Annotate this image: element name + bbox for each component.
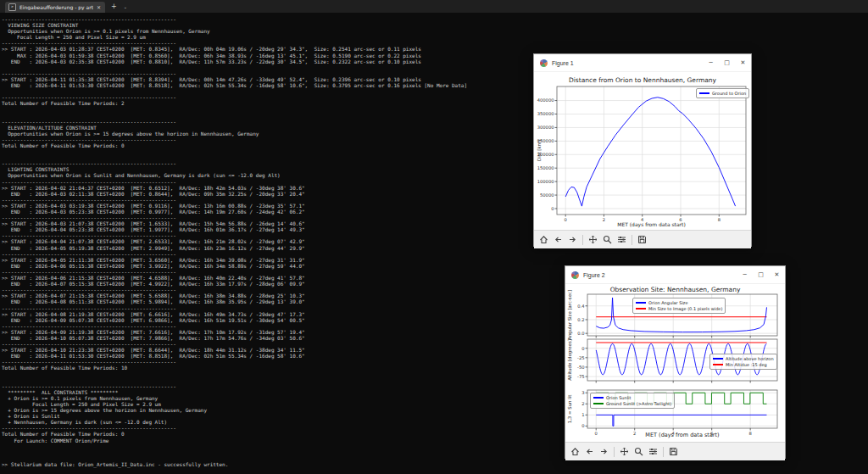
terminal-line (2, 443, 527, 449)
minimize-button[interactable]: ─ (703, 54, 719, 71)
terminal-line: ********* ALL CONSTRAINTS ********* (2, 389, 527, 395)
terminal-line: ----------------------------------------… (2, 215, 527, 220)
terminal-line: >> START : 2026-04-03 01:28:37 CEST+0200… (2, 46, 527, 52)
terminal-tab-bar: > Eingabeaufforderung - py art ✕ + ⌄ (0, 0, 868, 13)
legend-line-swatch (713, 358, 723, 359)
terminal-line: + Orion is >= 15 degrees above the horiz… (2, 407, 527, 413)
pan-icon (588, 235, 598, 244)
terminal-line: ----------------------------------------… (2, 137, 527, 142)
terminal-line: END : 2026-04-08 05:11:38 CEST+0200 [MET… (2, 298, 527, 304)
toolbar-zoom-button[interactable] (632, 445, 645, 458)
toolbar-back-button[interactable] (583, 445, 596, 458)
figure1-window-title: Figure 1 (552, 60, 703, 66)
figure2-titlebar[interactable]: Figure 2 ─ □ ✕ (565, 266, 785, 284)
subplot-config-icon (648, 447, 658, 456)
figure2-window: Figure 2 ─ □ ✕ Observation Site: Nennhau… (565, 265, 786, 459)
terminal-line: ----------------------------------------… (2, 425, 527, 431)
toolbar-subplots-button[interactable] (647, 445, 659, 458)
terminal-line (2, 106, 527, 112)
terminal-line (2, 154, 527, 160)
svg-text:Altitude [degrees]: Altitude [degrees] (567, 339, 573, 381)
terminal-line: Opportunities when Orion is >= 0.1 pixel… (2, 28, 527, 34)
svg-text:0: 0 (551, 206, 554, 211)
terminal-line: ----------------------------------------… (2, 94, 527, 100)
terminal-line: ----------------------------------------… (2, 305, 527, 311)
terminal-line (2, 449, 527, 455)
figure1-xlabel: MET (days from data start) (557, 221, 746, 227)
toolbar-back-button[interactable] (552, 233, 565, 246)
magnifier-icon (634, 447, 643, 456)
close-button[interactable]: ✕ (735, 54, 751, 71)
legend-label: Min Altidue :15 deg (726, 362, 767, 367)
toolbar-separator (582, 235, 583, 245)
toolbar-pan-button[interactable] (618, 445, 631, 458)
svg-text:0.2: 0.2 (577, 317, 584, 322)
figure1-window: Figure 1 ─ □ ✕ Distance from Orion to Ne… (533, 53, 752, 247)
svg-text:-25: -25 (577, 355, 584, 360)
maximize-button[interactable]: □ (719, 54, 735, 71)
cmd-prompt-icon: > (8, 3, 16, 11)
terminal-line: ----------------------------------------… (2, 383, 527, 389)
tab-dropdown-button[interactable]: ⌄ (124, 4, 127, 9)
terminal-tab[interactable]: > Eingabeaufforderung - py art ✕ (5, 2, 105, 13)
terminal-line: ----------------------------------------… (2, 287, 527, 293)
svg-text:100000: 100000 (537, 179, 554, 184)
close-button[interactable]: ✕ (769, 266, 785, 283)
pan-icon (620, 447, 629, 456)
terminal-line (2, 455, 527, 461)
terminal-line: ELEVATION/ALTITUDE CONSTRAINT (2, 125, 527, 131)
legend-line-swatch (593, 403, 604, 404)
toolbar-subplots-button[interactable] (615, 233, 628, 246)
toolbar-pan-button[interactable] (587, 233, 599, 246)
terminal-line: ----------------------------------------… (2, 179, 527, 185)
toolbar-save-button[interactable] (667, 445, 680, 458)
terminal-line: + Orion is >= 0.1 pixels from Nennhausen… (2, 395, 527, 401)
altitude-legend: Altitude above horizon Min Altidue :15 d… (709, 354, 777, 370)
new-tab-button[interactable]: + (111, 3, 117, 10)
terminal-output: ----------------------------------------… (2, 16, 527, 467)
toolbar-forward-button[interactable] (598, 445, 610, 458)
terminal-line: >> START : 2026-04-08 21:19:38 CEST+0200… (2, 311, 527, 317)
terminal-line: END : 2026-04-11 01:53:30 CEST+0200 [MET… (2, 82, 527, 88)
legend-line-swatch (713, 364, 723, 365)
figure2-toolbar (565, 442, 785, 460)
terminal-line: LIGHTING CONSTRAINTS (2, 166, 527, 172)
legend-item: Orion Angular Size (636, 300, 722, 306)
figure1-titlebar[interactable]: Figure 1 ─ □ ✕ (534, 54, 751, 72)
magnifier-icon (603, 235, 612, 244)
legend-item: Ground to Orion (699, 91, 746, 97)
toolbar-home-button[interactable] (569, 445, 581, 458)
svg-text:300000: 300000 (537, 125, 554, 130)
legend-item: Min Size to Image (0.1 pixels wide) (636, 306, 722, 312)
tab-close-icon[interactable]: ✕ (97, 5, 101, 10)
figure1-canvas: Distance from Orion to Nennhausen, Germa… (534, 72, 751, 230)
terminal-line: >> START : 2026-04-05 21:11:38 CEST+0200… (2, 257, 527, 263)
forward-arrow-icon (568, 235, 577, 244)
svg-text:0.4: 0.4 (577, 304, 585, 309)
forward-arrow-icon (599, 447, 609, 456)
svg-text:0.0: 0.0 (577, 331, 584, 336)
figure1-plot-title: Distance from Orion to Nennhausen, Germa… (534, 76, 751, 84)
maximize-button[interactable]: □ (753, 266, 769, 283)
terminal-line: ----------------------------------------… (2, 323, 527, 329)
minimize-button[interactable]: ─ (737, 266, 753, 283)
terminal-line: Total Number of Feasible Time Periods: 2 (2, 100, 527, 106)
terminal-line: Total Number of Feasible Time Periods: 0 (2, 142, 527, 148)
matplotlib-logo-icon (571, 271, 579, 279)
terminal-line: ----------------------------------------… (2, 16, 527, 22)
terminal-tab-title: Eingabeaufforderung - py art (19, 4, 93, 10)
toolbar-zoom-button[interactable] (601, 233, 614, 246)
toolbar-home-button[interactable] (537, 233, 550, 246)
toolbar-save-button[interactable] (636, 233, 648, 246)
back-arrow-icon (554, 235, 563, 244)
terminal-line: Focal Length = 250 and Pixel Size = 2.9 … (2, 401, 527, 407)
legend-item: Altitude above horizon (713, 356, 774, 362)
terminal-line: ----------------------------------------… (2, 341, 527, 347)
toolbar-forward-button[interactable] (566, 233, 579, 246)
figure2-canvas: Observation Site: Nennhausen, Germany 0.… (565, 284, 785, 442)
svg-text:3: 3 (581, 390, 584, 395)
svg-text:Angular Size [arc-sec]: Angular Size [arc-sec] (567, 290, 573, 340)
svg-text:150000: 150000 (537, 165, 554, 170)
terminal-line: MAX : 2026-04-03 01:59:38 CEST+0200 [MET… (2, 53, 527, 59)
terminal-line: ----------------------------------------… (2, 251, 527, 257)
